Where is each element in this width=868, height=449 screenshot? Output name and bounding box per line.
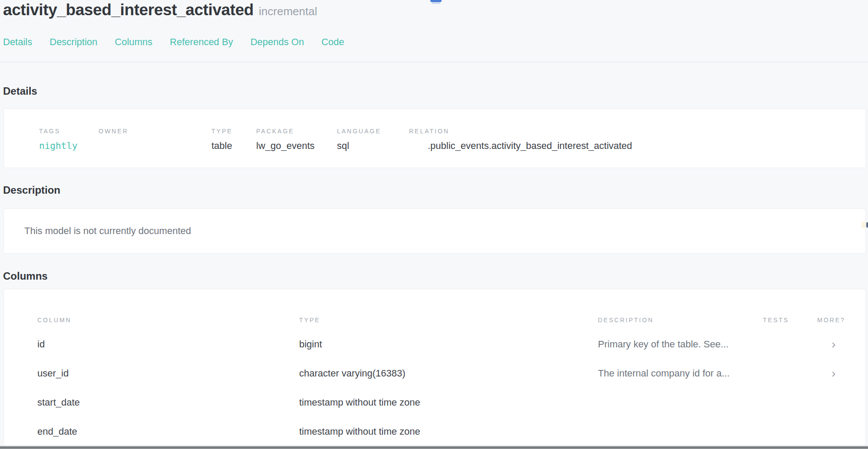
description-section-heading: Description — [3, 184, 60, 196]
header-column: COLUMN — [37, 317, 299, 324]
field-type: TYPE table — [211, 128, 256, 152]
description-card: This model is not currently documented — [3, 208, 866, 254]
tab-depends-on[interactable]: Depends On — [251, 36, 304, 48]
columns-table: COLUMN TYPE DESCRIPTION TESTS MORE? id b… — [4, 289, 865, 446]
field-owner-label: OWNER — [99, 128, 211, 135]
field-package-value: lw_go_events — [256, 140, 337, 152]
materialization-badge: incremental — [259, 5, 317, 18]
header-description: DESCRIPTION — [598, 317, 763, 324]
tab-referenced-by[interactable]: Referenced By — [170, 36, 233, 48]
header-tests: TESTS — [763, 317, 817, 324]
cell-data-type: timestamp without time zone — [299, 397, 598, 408]
cell-column-name: end_date — [37, 426, 299, 437]
details-fields: TAGS nightly OWNER TYPE table PACKAGE lw… — [4, 109, 865, 152]
field-relation-value: .public_events.activity_based_interest_a… — [409, 140, 865, 152]
cutoff-blue-link[interactable] — [430, 0, 442, 2]
page-header: activity_based_interest_activatedincreme… — [3, 1, 317, 19]
cell-data-type: character varying(16383) — [299, 368, 598, 379]
cell-column-name: user_id — [37, 368, 299, 379]
window-bottom-edge — [0, 446, 868, 449]
columns-card: COLUMN TYPE DESCRIPTION TESTS MORE? id b… — [3, 289, 866, 449]
page-title: activity_based_interest_activated — [3, 1, 254, 19]
columns-section-heading: Columns — [3, 270, 48, 282]
header-type: TYPE — [299, 317, 598, 324]
cell-data-type: timestamp without time zone — [299, 426, 598, 437]
cell-column-name: start_date — [37, 397, 299, 408]
description-text: This model is not currently documented — [4, 209, 865, 237]
table-row-user-id[interactable]: user_id character varying(16383) The int… — [37, 359, 865, 388]
section-tab-bar: Details Description Columns Referenced B… — [3, 36, 344, 48]
table-row-id[interactable]: id bigint Primary key of the table. See.… — [37, 330, 865, 359]
field-relation: RELATION .public_events.activity_based_i… — [409, 128, 865, 152]
chevron-right-icon[interactable]: › — [832, 366, 835, 380]
header-more: MORE? — [817, 317, 865, 324]
cutoff-edit-button[interactable] — [866, 222, 868, 228]
tab-details[interactable]: Details — [3, 36, 32, 48]
tab-description[interactable]: Description — [50, 36, 97, 48]
columns-table-header-row: COLUMN TYPE DESCRIPTION TESTS MORE? — [37, 317, 865, 324]
field-owner-value — [99, 140, 211, 152]
cell-description: The internal company id for a... — [598, 368, 763, 379]
table-row-end-date[interactable]: end_date timestamp without time zone — [37, 417, 865, 446]
field-tags-label: TAGS — [39, 128, 99, 135]
field-type-label: TYPE — [211, 128, 256, 135]
field-type-value: table — [211, 140, 256, 152]
header-divider — [0, 62, 868, 63]
cell-column-name: id — [37, 339, 299, 350]
table-row-start-date[interactable]: start_date timestamp without time zone — [37, 388, 865, 417]
field-language: LANGUAGE sql — [337, 128, 409, 152]
cell-data-type: bigint — [299, 339, 598, 350]
details-section-heading: Details — [3, 85, 37, 97]
field-owner: OWNER — [99, 128, 211, 152]
field-package: PACKAGE lw_go_events — [256, 128, 337, 152]
field-language-value: sql — [337, 140, 409, 152]
tag-nightly[interactable]: nightly — [39, 140, 99, 152]
field-tags: TAGS nightly — [39, 128, 99, 152]
field-language-label: LANGUAGE — [337, 128, 409, 135]
field-relation-label: RELATION — [409, 128, 865, 135]
tab-code[interactable]: Code — [321, 36, 344, 48]
field-package-label: PACKAGE — [256, 128, 337, 135]
tab-columns[interactable]: Columns — [115, 36, 152, 48]
details-card: TAGS nightly OWNER TYPE table PACKAGE lw… — [3, 109, 866, 168]
cutoff-highlight-fragment — [861, 222, 865, 228]
chevron-right-icon[interactable]: › — [832, 337, 835, 351]
cell-description: Primary key of the table. See... — [598, 339, 763, 350]
